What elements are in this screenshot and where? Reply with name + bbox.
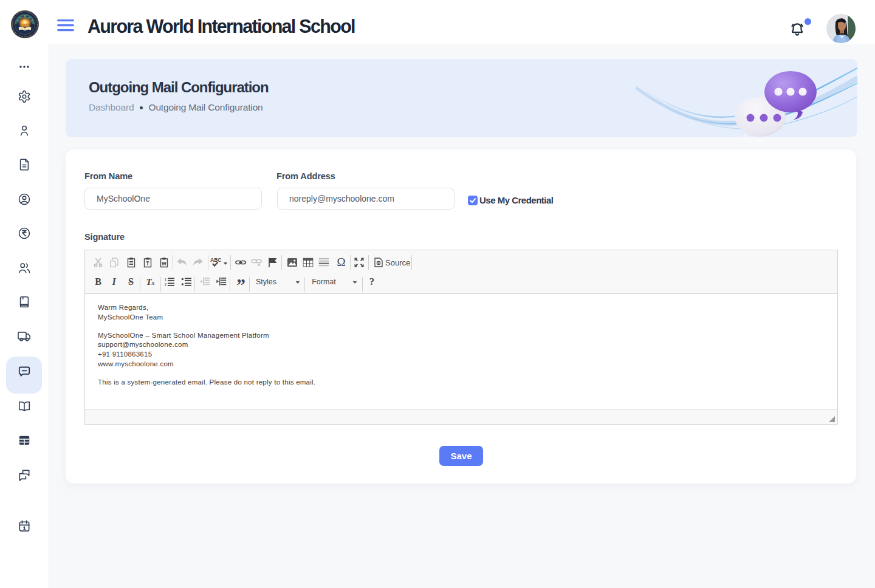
svg-text:2: 2: [165, 282, 167, 287]
svg-text:1: 1: [165, 278, 167, 282]
svg-text:ABC: ABC: [210, 257, 221, 263]
